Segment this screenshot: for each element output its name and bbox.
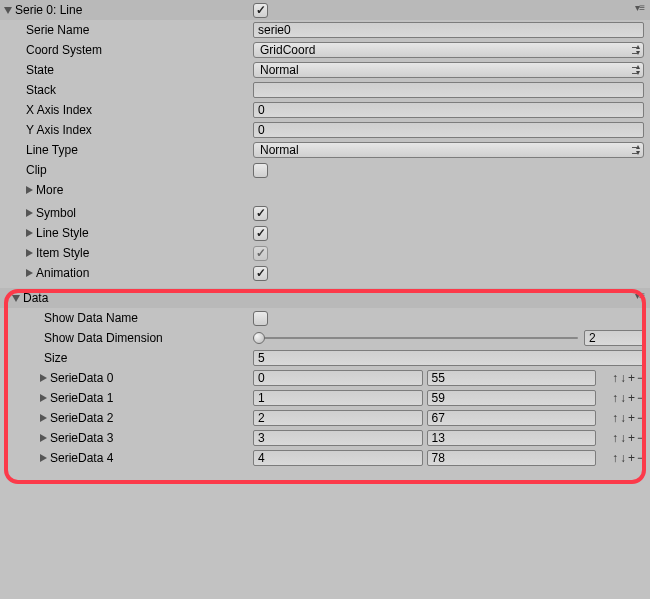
- row-animation[interactable]: Animation ✓: [0, 263, 650, 283]
- serie-data-actions: ↑↓+−: [596, 451, 644, 465]
- input-serie-data-b[interactable]: [427, 430, 597, 446]
- row-clip: Clip: [0, 160, 650, 180]
- row-symbol[interactable]: Symbol ✓: [0, 203, 650, 223]
- label-y-axis-index: Y Axis Index: [4, 123, 92, 137]
- move-up-icon[interactable]: ↑: [612, 431, 618, 445]
- remove-icon[interactable]: −: [637, 431, 644, 445]
- row-coord-system: Coord System GridCoord ▴▾: [0, 40, 650, 60]
- label-show-data-name: Show Data Name: [4, 311, 138, 325]
- add-icon[interactable]: +: [628, 371, 635, 385]
- remove-icon[interactable]: −: [637, 451, 644, 465]
- input-serie-data-b[interactable]: [427, 450, 597, 466]
- move-up-icon[interactable]: ↑: [612, 391, 618, 405]
- label-serie-data: SerieData 1: [50, 391, 113, 405]
- label-coord-system: Coord System: [4, 43, 102, 57]
- row-line-type: Line Type Normal ▴▾: [0, 140, 650, 160]
- input-show-data-dimension[interactable]: [584, 330, 644, 346]
- move-up-icon[interactable]: ↑: [612, 451, 618, 465]
- serie-data-actions: ↑↓+−: [596, 431, 644, 445]
- foldout-serie-data[interactable]: [40, 374, 47, 382]
- input-y-axis-index[interactable]: [253, 122, 644, 138]
- serie-data-row: SerieData 2↑↓+−: [0, 408, 650, 428]
- remove-icon[interactable]: −: [637, 391, 644, 405]
- row-show-data-name: Show Data Name: [0, 308, 650, 328]
- move-down-icon[interactable]: ↓: [620, 411, 626, 425]
- select-line-type[interactable]: Normal ▴▾: [253, 142, 644, 158]
- move-down-icon[interactable]: ↓: [620, 371, 626, 385]
- serie-title: Serie 0: Line: [15, 3, 82, 17]
- label-animation: Animation: [36, 266, 89, 280]
- foldout-more[interactable]: [26, 186, 33, 194]
- label-line-style: Line Style: [36, 226, 89, 240]
- move-down-icon[interactable]: ↓: [620, 431, 626, 445]
- remove-icon[interactable]: −: [637, 371, 644, 385]
- label-stack: Stack: [4, 83, 56, 97]
- input-serie-data-a[interactable]: [253, 410, 423, 426]
- select-state[interactable]: Normal ▴▾: [253, 62, 644, 78]
- label-item-style: Item Style: [36, 246, 89, 260]
- foldout-serie-data[interactable]: [40, 414, 47, 422]
- foldout-serie-data[interactable]: [40, 434, 47, 442]
- serie-data-actions: ↑↓+−: [596, 391, 644, 405]
- input-serie-data-a[interactable]: [253, 430, 423, 446]
- input-serie-data-b[interactable]: [427, 390, 597, 406]
- add-icon[interactable]: +: [628, 451, 635, 465]
- row-stack: Stack: [0, 80, 650, 100]
- select-state-value: Normal: [260, 63, 299, 77]
- serie-data-actions: ↑↓+−: [596, 411, 644, 425]
- checkbox-clip[interactable]: [253, 163, 268, 178]
- label-data: Data: [23, 291, 48, 305]
- slider-show-data-dimension[interactable]: [253, 331, 578, 345]
- serie-data-list: SerieData 0↑↓+−SerieData 1↑↓+−SerieData …: [0, 368, 650, 468]
- label-more: More: [36, 183, 63, 197]
- checkbox-symbol[interactable]: ✓: [253, 206, 268, 221]
- move-down-icon[interactable]: ↓: [620, 451, 626, 465]
- add-icon[interactable]: +: [628, 431, 635, 445]
- input-serie-data-a[interactable]: [253, 370, 423, 386]
- serie-data-actions: ↑↓+−: [596, 371, 644, 385]
- move-down-icon[interactable]: ↓: [620, 391, 626, 405]
- foldout-data[interactable]: [12, 295, 20, 302]
- row-line-style[interactable]: Line Style ✓: [0, 223, 650, 243]
- label-symbol: Symbol: [36, 206, 76, 220]
- foldout-serie[interactable]: [4, 7, 12, 14]
- row-item-style[interactable]: Item Style ✓: [0, 243, 650, 263]
- serie-enabled-checkbox[interactable]: ✓: [253, 3, 268, 18]
- label-serie-data: SerieData 4: [50, 451, 113, 465]
- foldout-line-style[interactable]: [26, 229, 33, 237]
- serie-data-row: SerieData 0↑↓+−: [0, 368, 650, 388]
- move-up-icon[interactable]: ↑: [612, 371, 618, 385]
- select-coord-system-value: GridCoord: [260, 43, 315, 57]
- row-size: Size: [0, 348, 650, 368]
- checkbox-animation[interactable]: ✓: [253, 266, 268, 281]
- add-icon[interactable]: +: [628, 411, 635, 425]
- row-data[interactable]: Data ▾≡: [0, 288, 650, 308]
- checkbox-item-style[interactable]: ✓: [253, 246, 268, 261]
- add-icon[interactable]: +: [628, 391, 635, 405]
- foldout-serie-data[interactable]: [40, 394, 47, 402]
- row-more[interactable]: More: [0, 180, 650, 200]
- input-serie-data-b[interactable]: [427, 370, 597, 386]
- inspector-panel: Serie 0: Line ✓ ▾≡ Serie Name Coord Syst…: [0, 0, 650, 468]
- foldout-item-style[interactable]: [26, 249, 33, 257]
- input-x-axis-index[interactable]: [253, 102, 644, 118]
- input-serie-data-a[interactable]: [253, 390, 423, 406]
- input-serie-data-b[interactable]: [427, 410, 597, 426]
- serie-header-row[interactable]: Serie 0: Line ✓ ▾≡: [0, 0, 650, 20]
- label-show-data-dimension: Show Data Dimension: [4, 331, 163, 345]
- foldout-serie-data[interactable]: [40, 454, 47, 462]
- foldout-animation[interactable]: [26, 269, 33, 277]
- context-menu-icon[interactable]: ▾≡: [635, 2, 644, 13]
- checkbox-show-data-name[interactable]: [253, 311, 268, 326]
- checkbox-line-style[interactable]: ✓: [253, 226, 268, 241]
- select-coord-system[interactable]: GridCoord ▴▾: [253, 42, 644, 58]
- move-up-icon[interactable]: ↑: [612, 411, 618, 425]
- input-size[interactable]: [253, 350, 644, 366]
- remove-icon[interactable]: −: [637, 411, 644, 425]
- serie-data-row: SerieData 1↑↓+−: [0, 388, 650, 408]
- data-context-menu-icon[interactable]: ▾≡: [635, 290, 644, 301]
- foldout-symbol[interactable]: [26, 209, 33, 217]
- input-stack[interactable]: [253, 82, 644, 98]
- input-serie-name[interactable]: [253, 22, 644, 38]
- input-serie-data-a[interactable]: [253, 450, 423, 466]
